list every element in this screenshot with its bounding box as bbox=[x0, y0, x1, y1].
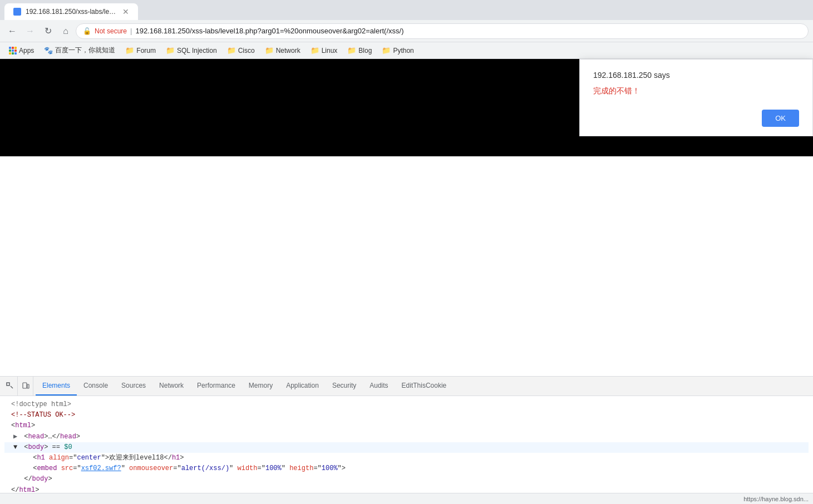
url-separator: | bbox=[130, 27, 132, 35]
bookmark-sqlinjection-label: SQL Injection bbox=[177, 47, 217, 55]
bookmark-network[interactable]: 📁 Network bbox=[260, 45, 305, 56]
status-bar: https://hayne.blog.sdn... bbox=[0, 493, 813, 504]
html-line-embed: <embed src="xsf02.swf?" onmouseover="ale… bbox=[4, 463, 809, 474]
bookmark-python-label: Python bbox=[393, 47, 413, 55]
bookmark-blog[interactable]: 📁 Blog bbox=[343, 45, 376, 56]
devtools-tab-sources[interactable]: Sources bbox=[115, 377, 152, 396]
devtools-tab-memory[interactable]: Memory bbox=[242, 377, 279, 396]
html-line-doctype: <!doctype html> bbox=[4, 399, 809, 410]
devtools-html-content: <!doctype html> <!--STATUS OK--> <html> … bbox=[0, 396, 813, 493]
alert-dialog: 192.168.181.250 says 完成的不错！ OK bbox=[579, 59, 813, 136]
bookmark-sqlinjection[interactable]: 📁 SQL Injection bbox=[161, 45, 221, 56]
folder-icon-linux: 📁 bbox=[311, 46, 319, 55]
bookmark-cisco-label: Cisco bbox=[238, 47, 255, 55]
devtools-tab-console[interactable]: Console bbox=[77, 377, 115, 396]
folder-icon-forum: 📁 bbox=[125, 46, 134, 55]
bookmark-cisco[interactable]: 📁 Cisco bbox=[223, 45, 259, 56]
bookmark-baidu[interactable]: 🐾 百度一下，你就知道 bbox=[40, 44, 120, 57]
html-line-comment: <!--STATUS OK--> bbox=[4, 410, 809, 421]
alert-title: 192.168.181.250 says bbox=[593, 71, 799, 80]
devtools-panel: Elements Console Sources Network Perform… bbox=[0, 376, 813, 504]
bookmark-python[interactable]: 📁 Python bbox=[377, 45, 418, 56]
html-line-html-close: </html> bbox=[4, 485, 809, 493]
security-icon: 🔓 bbox=[83, 27, 91, 35]
svg-rect-1 bbox=[23, 383, 27, 388]
bookmark-forum[interactable]: 📁 Forum bbox=[121, 45, 160, 56]
devtools-tab-security[interactable]: Security bbox=[326, 377, 363, 396]
html-line-body-close: </body> bbox=[4, 474, 809, 485]
back-button[interactable]: ← bbox=[4, 23, 20, 39]
folder-icon-network: 📁 bbox=[265, 46, 274, 55]
bookmark-blog-label: Blog bbox=[358, 47, 372, 55]
devtools-inspect-button[interactable] bbox=[2, 377, 18, 396]
url-text: 192.168.181.250/xss-labs/level18.php?arg… bbox=[135, 27, 403, 35]
apps-grid-icon bbox=[9, 47, 17, 55]
bookmark-baidu-label: 百度一下，你就知道 bbox=[55, 46, 115, 55]
svg-rect-2 bbox=[27, 384, 29, 388]
active-tab[interactable]: 192.168.181.250/xss-labs/level18... ✕ bbox=[4, 3, 138, 20]
tab-title: 192.168.181.250/xss-labs/level18... bbox=[26, 8, 118, 16]
forward-button[interactable]: → bbox=[22, 23, 38, 39]
devtools-tab-application[interactable]: Application bbox=[279, 377, 326, 396]
bookmark-linux-label: Linux bbox=[322, 47, 338, 55]
html-line-h1: <h1 align="center">欢迎来到level18</h1> bbox=[4, 453, 809, 463]
html-line-html: <html> bbox=[4, 421, 809, 431]
security-label: Not secure bbox=[95, 27, 127, 35]
tab-bar: 192.168.181.250/xss-labs/level18... ✕ bbox=[0, 0, 813, 20]
devtools-tab-performance[interactable]: Performance bbox=[190, 377, 242, 396]
folder-icon-python: 📁 bbox=[382, 46, 391, 55]
html-line-head: ▶ <head>…</head> bbox=[4, 432, 809, 442]
svg-rect-0 bbox=[7, 383, 9, 386]
devtools-tab-editthiscookie[interactable]: EditThisCookie bbox=[395, 377, 454, 396]
home-button[interactable]: ⌂ bbox=[58, 23, 73, 39]
page-content: 192.168.181.250 says 完成的不错！ OK bbox=[0, 59, 813, 376]
alert-buttons: OK bbox=[593, 110, 799, 127]
address-bar[interactable]: 🔓 Not secure | 192.168.181.250/xss-labs/… bbox=[76, 23, 809, 39]
tab-favicon bbox=[13, 8, 21, 16]
browser-window: 192.168.181.250/xss-labs/level18... ✕ ← … bbox=[0, 0, 813, 504]
nav-bar: ← → ↻ ⌂ 🔓 Not secure | 192.168.181.250/x… bbox=[0, 20, 813, 42]
devtools-tabs: Elements Console Sources Network Perform… bbox=[36, 377, 811, 396]
bookmarks-bar: Apps 🐾 百度一下，你就知道 📁 Forum 📁 SQL Injection… bbox=[0, 42, 813, 59]
bookmark-forum-label: Forum bbox=[136, 47, 156, 55]
folder-icon-sql: 📁 bbox=[166, 46, 175, 55]
devtools-device-button[interactable] bbox=[18, 377, 33, 396]
alert-message: 完成的不错！ bbox=[593, 86, 799, 96]
status-url: https://hayne.blog.sdn... bbox=[743, 496, 809, 502]
devtools-toolbar: Elements Console Sources Network Perform… bbox=[0, 377, 813, 396]
folder-icon-blog: 📁 bbox=[347, 46, 356, 55]
folder-icon-cisco: 📁 bbox=[227, 46, 236, 55]
bookmark-linux[interactable]: 📁 Linux bbox=[306, 45, 342, 56]
alert-ok-button[interactable]: OK bbox=[762, 110, 799, 127]
folder-icon-baidu: 🐾 bbox=[44, 46, 53, 55]
devtools-tab-audits[interactable]: Audits bbox=[363, 377, 395, 396]
devtools-tab-network[interactable]: Network bbox=[152, 377, 190, 396]
reload-button[interactable]: ↻ bbox=[40, 23, 56, 39]
bookmark-network-label: Network bbox=[276, 47, 300, 55]
tab-close-button[interactable]: ✕ bbox=[122, 7, 129, 16]
bookmark-apps-label: Apps bbox=[19, 47, 34, 55]
page-white-area bbox=[0, 156, 813, 376]
devtools-tab-elements[interactable]: Elements bbox=[36, 377, 77, 396]
html-line-body[interactable]: ▼ <body> == $0 bbox=[4, 442, 809, 453]
bookmark-apps[interactable]: Apps bbox=[4, 45, 38, 56]
